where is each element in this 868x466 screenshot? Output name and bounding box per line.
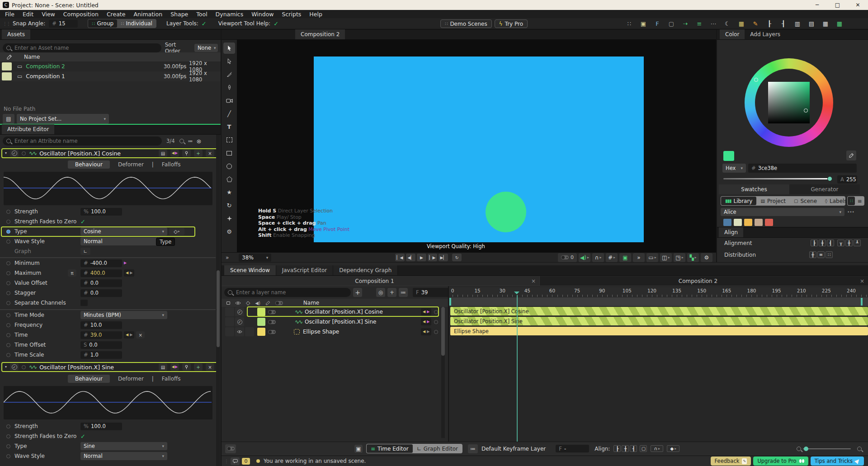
loop-button[interactable]: ↻ bbox=[452, 254, 462, 261]
pi-button[interactable]: π bbox=[68, 269, 76, 277]
tab-add-layers[interactable]: Add Layers bbox=[745, 29, 786, 39]
time-editor-button[interactable]: ≡ Time Editor bbox=[367, 444, 413, 453]
tab-attribute-editor[interactable]: Attribute Editor bbox=[2, 124, 54, 134]
menu-animation[interactable]: Animation bbox=[129, 11, 166, 18]
grid-green-icon[interactable]: ▦ bbox=[835, 19, 844, 28]
individual-mode-button[interactable]: ∷ Individual bbox=[117, 19, 156, 28]
time-offset-input[interactable]: S0.0 bbox=[80, 341, 122, 349]
move-icon[interactable]: + bbox=[194, 150, 203, 157]
menu-window[interactable]: Window bbox=[247, 11, 278, 18]
value-offset-input[interactable]: #0.0 bbox=[80, 279, 122, 287]
attr-socket[interactable] bbox=[6, 353, 10, 357]
distribute-v-button[interactable]: ≡ bbox=[817, 251, 825, 258]
close-deformer-icon[interactable]: × bbox=[206, 150, 214, 157]
palette-swatch[interactable] bbox=[744, 219, 752, 226]
lock-cell[interactable] bbox=[225, 317, 234, 326]
time-input[interactable]: #39.0 bbox=[80, 331, 122, 339]
eyedropper-icon[interactable] bbox=[265, 301, 270, 306]
attr-socket[interactable] bbox=[6, 333, 10, 337]
attr-socket[interactable] bbox=[6, 220, 10, 224]
go-to-end-button[interactable]: ▶▏ bbox=[439, 254, 448, 261]
saturation-value-square[interactable] bbox=[768, 82, 810, 123]
graph-editor-button[interactable]: ∟ Graph Editor bbox=[413, 446, 462, 452]
tips-tricks-button[interactable]: Tips and Tricks bbox=[811, 457, 864, 466]
connections-icon[interactable]: ▤ bbox=[159, 363, 167, 371]
type-dropdown[interactable]: Sine▾ bbox=[80, 442, 167, 450]
layer-tools-checkbox[interactable]: ✓ bbox=[202, 20, 207, 27]
kf-align-right-button[interactable]: ┨ bbox=[630, 445, 637, 452]
ellipse-tool[interactable] bbox=[223, 160, 235, 172]
sv-marker[interactable] bbox=[804, 108, 808, 113]
tab-swatches[interactable]: Swatches bbox=[719, 184, 789, 194]
snap-angle-input[interactable]: # 15 bbox=[49, 20, 78, 28]
feedback-button[interactable]: Feedback ✎ bbox=[711, 457, 751, 466]
stagger-input[interactable]: #0.0 bbox=[80, 289, 122, 297]
tab-falloffs[interactable]: Falloffs bbox=[162, 161, 181, 168]
attr-socket[interactable] bbox=[6, 444, 10, 448]
strength-fades-checkbox[interactable]: ✓ bbox=[80, 218, 85, 225]
project-set-dropdown[interactable]: No Project Set...▾ bbox=[17, 114, 109, 124]
eye-icon[interactable] bbox=[235, 301, 241, 305]
timeline-ruler[interactable]: 0153045607590105120135150165180195210225… bbox=[449, 287, 868, 297]
keyframe-nav[interactable]: ◀▶ bbox=[124, 269, 134, 277]
alpha-slider[interactable] bbox=[723, 178, 831, 179]
asset-color-swatch[interactable] bbox=[2, 72, 12, 80]
graph-curve-icon[interactable]: ∟ bbox=[80, 248, 90, 255]
menu-edit[interactable]: Edit bbox=[19, 11, 38, 18]
layer-row-osc-sine[interactable]: ✓ ∿∿ Oscillator [Position.X] Sine ◀▶ bbox=[225, 317, 442, 327]
hex-input[interactable]: #3ce38e bbox=[748, 164, 857, 173]
palette-swatch[interactable] bbox=[723, 219, 731, 226]
keyframe-layer-icon[interactable]: ≔ bbox=[468, 444, 478, 453]
asset-row-composition2[interactable]: ▭ Composition 2 30.00fps 1920 x 1080 bbox=[0, 61, 221, 71]
columns-icon[interactable]: ▥ bbox=[793, 19, 802, 28]
tab-composition-2-viewport[interactable]: Composition 2 bbox=[295, 29, 345, 39]
asset-search-input[interactable] bbox=[3, 43, 161, 52]
keyframe-nav[interactable]: ◀▶ bbox=[421, 318, 431, 325]
table-icon[interactable]: ▦ bbox=[821, 19, 830, 28]
attribute-scrollbar[interactable] bbox=[216, 135, 220, 466]
time-scale-input[interactable]: #1.0 bbox=[80, 351, 122, 359]
menu-shape[interactable]: Shape bbox=[166, 11, 192, 18]
palette-swatch[interactable] bbox=[755, 219, 763, 226]
demo-scenes-button[interactable]: ∷ Demo Scenes bbox=[440, 19, 492, 28]
keyframe-nav[interactable]: ◀▶ bbox=[124, 331, 134, 339]
timeline-icon[interactable]: ▦ bbox=[736, 19, 746, 28]
render-cube-icon[interactable]: ◇ bbox=[246, 300, 250, 306]
timeline-zoom-slider[interactable] bbox=[803, 448, 851, 449]
menu-create[interactable]: Create bbox=[103, 11, 130, 18]
skip-forward-icon[interactable]: » bbox=[633, 253, 645, 262]
attr-socket[interactable] bbox=[6, 240, 10, 244]
viewport-settings-gear-icon[interactable]: ⚙ bbox=[701, 253, 712, 262]
attr-socket[interactable] bbox=[6, 301, 10, 305]
asset-name[interactable]: Composition 2 bbox=[26, 63, 65, 70]
hex-mode-dropdown[interactable]: Hex▾ bbox=[722, 164, 746, 173]
viewport-tool-help-checkbox[interactable]: ✓ bbox=[274, 20, 278, 27]
tab-scene-window[interactable]: Scene Window bbox=[224, 265, 276, 275]
keyframe-nav[interactable]: ◀▶ bbox=[421, 328, 431, 335]
filter-icon[interactable]: ≔ bbox=[188, 138, 193, 144]
lock-icon[interactable] bbox=[226, 301, 230, 305]
tab-javascript-editor[interactable]: JavaScript Editor bbox=[276, 265, 333, 275]
composition-background-rect[interactable] bbox=[314, 56, 644, 242]
visibility-cell[interactable] bbox=[235, 327, 244, 336]
pin-icon[interactable] bbox=[182, 363, 191, 371]
frame-bounds-icon[interactable]: ▭▸ bbox=[646, 253, 658, 262]
viewport-canvas[interactable]: Hold S Direct Layer Selection Space Play… bbox=[237, 40, 716, 252]
layer-row-osc-cosine[interactable]: ✓ ∿∿ Oscillator [Position.X] Cosine ◀▶ bbox=[225, 307, 442, 317]
kf-magnet-button[interactable]: ∩▸ bbox=[651, 445, 663, 452]
ellipse-shape[interactable] bbox=[486, 192, 526, 232]
text-tool[interactable]: T bbox=[223, 121, 235, 132]
asset-color-swatch[interactable] bbox=[2, 62, 12, 71]
motion-path-icon[interactable]: ⇢ bbox=[680, 19, 690, 28]
kf-align-left-button[interactable]: ┠ bbox=[613, 445, 621, 452]
timeline-bar-ellipse[interactable]: Ellipse Shape bbox=[450, 327, 868, 335]
align-right-button[interactable]: ┨ bbox=[827, 240, 834, 246]
lock-cell[interactable] bbox=[225, 327, 234, 336]
timeline-bar-osc-sine[interactable]: Oscillator [Position.X] Sine bbox=[450, 317, 868, 325]
mini-panel-button[interactable]: ▣ bbox=[354, 445, 363, 453]
motion-paths-icon[interactable]: + bbox=[387, 288, 396, 297]
kf-frame-button[interactable]: ▢ bbox=[640, 445, 647, 452]
maximum-input[interactable]: #400.0 bbox=[80, 269, 122, 277]
tag-toggle-icon[interactable] bbox=[268, 320, 276, 324]
align-left-button[interactable]: ┠ bbox=[811, 240, 818, 246]
